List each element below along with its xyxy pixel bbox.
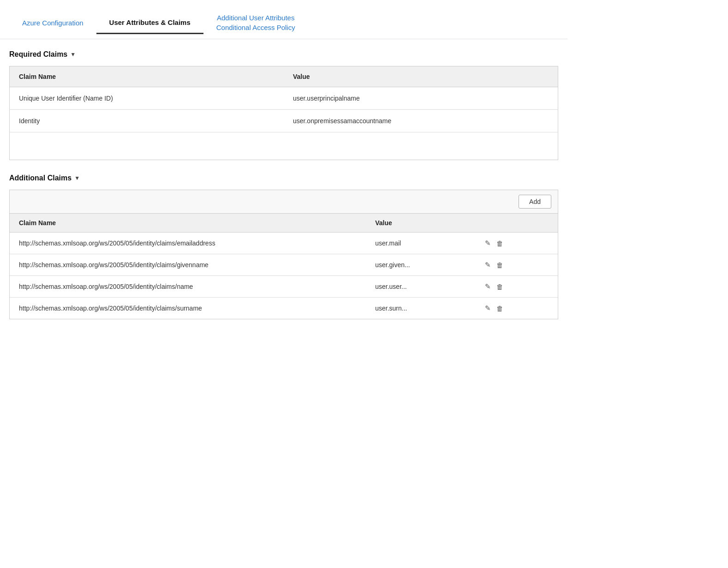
additional-claims-label: Additional Claims <box>9 174 72 182</box>
additional-claim-actions-1: ✎ 🗑 <box>476 254 558 276</box>
add-row: Add <box>10 190 558 214</box>
additional-claims-col-actions-header <box>476 214 558 233</box>
additional-claim-name-1: http://schemas.xmlsoap.org/ws/2005/05/id… <box>10 254 366 276</box>
additional-claims-chevron: ▼ <box>74 175 80 181</box>
additional-claim-name-3: http://schemas.xmlsoap.org/ws/2005/05/id… <box>10 298 366 319</box>
additional-claims-header-row: Claim Name Value <box>10 214 558 233</box>
required-claim-name-1: Identity <box>10 110 284 132</box>
table-row: Unique User Identifier (Name ID) user.us… <box>10 87 558 110</box>
required-claims-label: Required Claims <box>9 50 67 59</box>
edit-button-3[interactable]: ✎ <box>485 304 491 312</box>
required-claims-table: Claim Name Value Unique User Identifier … <box>9 66 558 160</box>
additional-claim-name-2: http://schemas.xmlsoap.org/ws/2005/05/id… <box>10 276 366 298</box>
edit-button-2[interactable]: ✎ <box>485 282 491 291</box>
edit-button-0[interactable]: ✎ <box>485 239 491 247</box>
nav-tabs: Azure Configuration User Attributes & Cl… <box>0 0 567 39</box>
table-row: Identity user.onpremisessamaccountname <box>10 110 558 132</box>
empty-row <box>10 132 558 160</box>
additional-claims-col-value-header: Value <box>366 214 476 233</box>
delete-button-2[interactable]: 🗑 <box>496 283 503 291</box>
required-claim-value-0: user.userprincipalname <box>284 87 558 110</box>
additional-claims-section-header[interactable]: Additional Claims ▼ <box>9 174 558 182</box>
delete-button-0[interactable]: 🗑 <box>496 239 503 247</box>
edit-button-1[interactable]: ✎ <box>485 261 491 269</box>
main-content: Required Claims ▼ Claim Name Value Uniqu… <box>0 39 567 340</box>
tab-user-attributes-claims[interactable]: User Attributes & Claims <box>96 13 203 34</box>
additional-claim-actions-2: ✎ 🗑 <box>476 276 558 298</box>
table-row: http://schemas.xmlsoap.org/ws/2005/05/id… <box>10 254 558 276</box>
delete-button-3[interactable]: 🗑 <box>496 305 503 312</box>
additional-claims-table: Claim Name Value http://schemas.xmlsoap.… <box>10 214 558 319</box>
required-claims-header-row: Claim Name Value <box>10 66 558 87</box>
additional-claim-name-0: http://schemas.xmlsoap.org/ws/2005/05/id… <box>10 233 366 254</box>
additional-claim-actions-3: ✎ 🗑 <box>476 298 558 319</box>
additional-claim-actions-0: ✎ 🗑 <box>476 233 558 254</box>
required-claim-value-1: user.onpremisessamaccountname <box>284 110 558 132</box>
additional-claim-value-2: user.user... <box>366 276 476 298</box>
delete-button-1[interactable]: 🗑 <box>496 261 503 269</box>
table-row: http://schemas.xmlsoap.org/ws/2005/05/id… <box>10 233 558 254</box>
add-button[interactable]: Add <box>519 195 551 209</box>
required-claims-col-value-header: Value <box>284 66 558 87</box>
tab-conditional-access-policy-label: Conditional Access Policy <box>216 23 295 32</box>
additional-claim-value-3: user.surn... <box>366 298 476 319</box>
additional-claim-value-1: user.given... <box>366 254 476 276</box>
tab-additional-user-attributes-label: Additional User Attributes <box>217 13 294 23</box>
additional-claims-table-wrapper: Add Claim Name Value http://schemas.xmls… <box>9 190 558 319</box>
additional-claim-value-0: user.mail <box>366 233 476 254</box>
required-claims-section-header[interactable]: Required Claims ▼ <box>9 50 558 59</box>
table-row: http://schemas.xmlsoap.org/ws/2005/05/id… <box>10 298 558 319</box>
tab-additional-conditional[interactable]: Additional User Attributes Conditional A… <box>203 7 308 39</box>
tab-azure-configuration[interactable]: Azure Configuration <box>9 13 96 33</box>
additional-claims-col-name-header: Claim Name <box>10 214 366 233</box>
required-claims-col-name-header: Claim Name <box>10 66 284 87</box>
table-row: http://schemas.xmlsoap.org/ws/2005/05/id… <box>10 276 558 298</box>
required-claim-name-0: Unique User Identifier (Name ID) <box>10 87 284 110</box>
required-claims-chevron: ▼ <box>70 51 76 58</box>
